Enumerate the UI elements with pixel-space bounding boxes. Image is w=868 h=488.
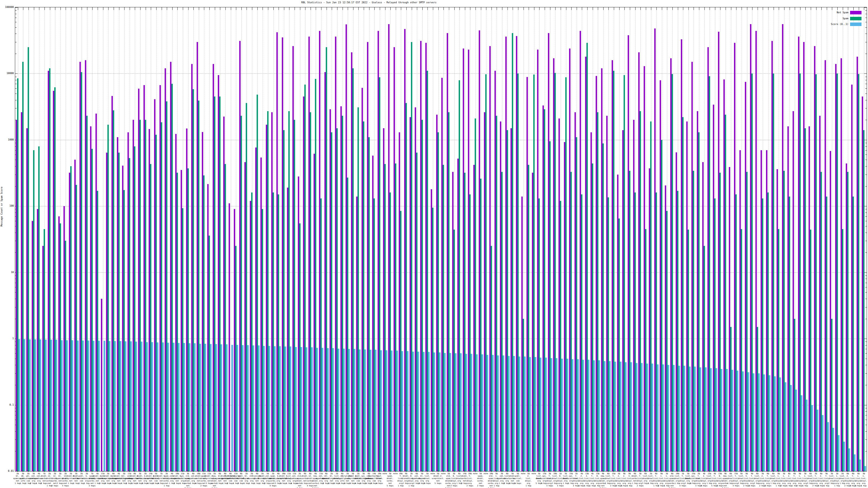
bar-score [316, 348, 318, 471]
x-top-tick [598, 7, 598, 10]
x-bottom-tick [76, 471, 76, 472]
bar-score [401, 351, 403, 471]
x-bottom-tick [784, 471, 784, 472]
x-top-tick [98, 7, 98, 10]
x-tick-label-line: 1 hop [393, 485, 431, 487]
x-top-tick [475, 7, 476, 10]
bar-score [726, 369, 728, 471]
bar-score [801, 395, 802, 471]
x-bottom-tick [364, 471, 364, 472]
bar-score [716, 368, 717, 471]
y-minor-tick [865, 415, 867, 415]
x-top-tick [23, 7, 23, 10]
x-bottom-tick [257, 471, 257, 472]
x-top-tick [130, 7, 130, 10]
bar-score [646, 364, 648, 471]
x-bottom-tick [246, 471, 247, 472]
x-tick-label-line: 3@ [845, 473, 868, 475]
x-top-tick [630, 7, 630, 10]
x-bottom-tick [661, 471, 662, 472]
x-bottom-tick [608, 471, 609, 472]
bar-score [450, 353, 451, 471]
x-bottom-tick [129, 471, 130, 472]
x-top-tick [321, 7, 321, 10]
x-top-tick [539, 7, 539, 10]
x-bottom-tick [672, 471, 673, 472]
y-minor-tick [865, 345, 867, 346]
y-minor-tick [865, 307, 867, 307]
y-minor-tick [865, 292, 867, 293]
y-gridline [15, 73, 867, 74]
y-axis-title: Message Count or Spam Score [0, 221, 3, 226]
bar-score [503, 355, 504, 471]
x-top-tick [374, 7, 375, 10]
bar-score [529, 357, 531, 471]
x-bottom-tick [321, 471, 321, 472]
bar-score [684, 366, 685, 471]
x-bottom-tick [816, 471, 816, 472]
bar-score [689, 366, 691, 471]
bar-score [710, 368, 712, 471]
bar-score [817, 410, 818, 471]
x-bottom-tick [353, 471, 353, 472]
y-minor-tick [15, 88, 17, 89]
y-minor-tick [865, 80, 867, 80]
x-bottom-tick [39, 471, 39, 472]
bar-score [588, 360, 589, 471]
x-bottom-tick [71, 471, 71, 472]
legend-swatch [850, 11, 862, 14]
x-bottom-tick [28, 471, 29, 472]
x-top-tick [76, 7, 77, 10]
x-bottom-tick [566, 471, 566, 472]
legend-label: Spam [842, 17, 848, 20]
bar-score [396, 351, 398, 471]
x-top-tick [241, 7, 242, 10]
x-top-tick [742, 7, 742, 10]
x-bottom-tick [401, 471, 401, 472]
y-minor-tick [865, 166, 867, 166]
x-top-tick [18, 7, 18, 10]
x-bottom-tick [193, 471, 193, 472]
x-top-tick [593, 7, 593, 10]
x-bottom-tick [427, 471, 428, 472]
bar-score [146, 342, 148, 471]
legend-swatch [850, 17, 862, 20]
x-bottom-tick [736, 471, 736, 472]
x-tick-label-line: org [845, 482, 868, 485]
y-minor-tick [865, 411, 867, 412]
x-bottom-tick [864, 471, 864, 472]
x-bottom-tick [773, 471, 774, 472]
bar-score [189, 343, 190, 471]
x-bottom-tick [385, 471, 385, 472]
bar-score [40, 339, 41, 471]
x-top-tick [167, 7, 167, 10]
bar-score [375, 350, 376, 471]
y-minor-tick [865, 353, 867, 354]
bar-score [482, 354, 483, 471]
x-bottom-tick [18, 471, 18, 472]
x-top-tick [279, 7, 279, 10]
bar-score [636, 363, 638, 471]
bar-score [487, 355, 488, 471]
bar-score [598, 360, 600, 471]
y-minor-tick [15, 84, 17, 84]
x-bottom-tick [108, 471, 108, 472]
bar-score [242, 345, 244, 471]
bar-score [82, 340, 84, 471]
bar-score [657, 364, 659, 471]
bar-score [678, 366, 680, 471]
x-bottom-tick [374, 471, 374, 472]
x-bottom-tick [683, 471, 683, 472]
y-minor-tick [15, 14, 17, 14]
x-bottom-tick [853, 471, 854, 472]
bar-score [348, 349, 350, 471]
x-bottom-tick [678, 471, 678, 472]
bar-score [848, 448, 850, 471]
x-top-tick [513, 7, 513, 10]
y-minor-tick [865, 373, 867, 373]
bar-score [748, 372, 749, 471]
bar-score [811, 405, 813, 471]
x-bottom-tick [715, 471, 715, 472]
bar-score [519, 357, 520, 471]
bar-score [545, 358, 547, 471]
